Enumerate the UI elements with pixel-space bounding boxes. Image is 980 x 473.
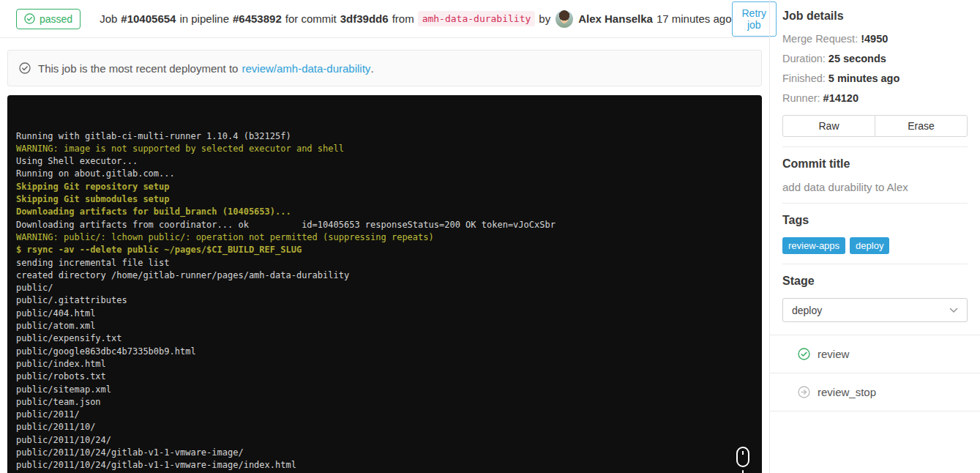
log-line: public/.gitattributes bbox=[16, 294, 753, 307]
detail-value: 25 seconds bbox=[828, 53, 886, 64]
tags-heading: Tags bbox=[782, 214, 968, 227]
pipeline-id-link[interactable]: #6453892 bbox=[233, 12, 282, 25]
tag-pill[interactable]: review-apps bbox=[782, 237, 845, 254]
detail-label: Duration: bbox=[782, 53, 826, 64]
log-line: $ rsync -av --delete public ~/pages/$CI_… bbox=[16, 244, 753, 256]
raw-button[interactable]: Raw bbox=[782, 115, 875, 137]
detail-label: Merge Request: bbox=[782, 33, 858, 45]
stage-section: Stage deploy bbox=[770, 275, 980, 322]
log-line: WARNING: image is not supported by selec… bbox=[16, 143, 753, 155]
status-label: passed bbox=[40, 13, 72, 25]
status-badge[interactable]: passed bbox=[16, 9, 81, 29]
stage-job-name: review_stop bbox=[818, 386, 876, 398]
log-line: Skipping Git repository setup bbox=[16, 181, 753, 193]
job-sidebar: Job details Merge Request:!4950Duration:… bbox=[769, 0, 980, 473]
log-line: public/robots.txt bbox=[16, 370, 753, 383]
for-commit-label: for commit bbox=[285, 12, 337, 25]
job-page: passed Job #10405654 in pipeline #645389… bbox=[0, 0, 980, 473]
sidebar-separator bbox=[782, 203, 968, 204]
job-id[interactable]: #10405654 bbox=[121, 12, 176, 25]
check-circle-icon bbox=[19, 62, 31, 74]
log-line: public/google863dbc4b7335b0b9.html bbox=[16, 346, 753, 358]
stage-dropdown[interactable]: deploy bbox=[782, 298, 968, 322]
log-line: public/2011/10/ bbox=[16, 421, 753, 433]
log-line: public/sitemap.xml bbox=[16, 384, 753, 396]
job-detail-row: Duration:25 seconds bbox=[782, 53, 968, 64]
branch-ref-link[interactable]: amh-data-durability bbox=[418, 11, 536, 26]
log-line: public/2011/10/24/gitlab-v1-1-vmware-ima… bbox=[16, 447, 753, 459]
environment-link[interactable]: review/amh-data-durability bbox=[242, 62, 370, 75]
commit-sha-link[interactable]: 3df39dd6 bbox=[340, 12, 389, 25]
check-circle-icon bbox=[24, 13, 35, 24]
job-log[interactable]: Running with gitlab-ci-multi-runner 1.10… bbox=[7, 95, 762, 473]
notice-suffix: . bbox=[370, 62, 373, 75]
notice-text: This job is the most recent deployment t… bbox=[38, 62, 238, 75]
log-line: public/2011/10/24/ bbox=[16, 434, 753, 447]
deployment-notice: This job is the most recent deployment t… bbox=[7, 50, 762, 86]
main-column: passed Job #10405654 in pipeline #645389… bbox=[0, 0, 769, 473]
sidebar-separator bbox=[782, 146, 968, 147]
stage-selected-value: deploy bbox=[792, 305, 822, 316]
autoscroll-mouse-icon[interactable] bbox=[692, 433, 752, 473]
log-line: Running with gitlab-ci-multi-runner 1.10… bbox=[16, 130, 753, 143]
commit-title-heading: Commit title bbox=[782, 157, 968, 171]
log-line: public/team.json bbox=[16, 396, 753, 409]
log-line: created directory /home/gitlab-runner/pa… bbox=[16, 269, 753, 282]
job-details-section: Job details Merge Request:!4950Duration:… bbox=[770, 0, 980, 137]
log-line: public/atom.xml bbox=[16, 320, 753, 332]
log-buttons: Raw Erase bbox=[782, 115, 968, 137]
detail-value: 5 minutes ago bbox=[828, 72, 900, 84]
status-success-icon bbox=[798, 348, 810, 360]
detail-label: Finished: bbox=[782, 72, 826, 84]
detail-value: !4950 bbox=[861, 33, 888, 45]
log-line: Downloading artifacts from coordinator..… bbox=[16, 219, 753, 231]
log-line: Using Shell executor... bbox=[16, 155, 753, 168]
log-line: public/2011/10/24/gitlab-v1-1-vmware-ima… bbox=[16, 459, 753, 472]
log-line: public/expensify.txt bbox=[16, 332, 753, 345]
tags-section: Tags review-appsdeploy bbox=[770, 214, 980, 254]
job-detail-row: Runner:#14120 bbox=[782, 92, 968, 104]
job-details-rows: Merge Request:!4950Duration:25 secondsFi… bbox=[782, 33, 968, 104]
sidebar-separator bbox=[782, 264, 968, 264]
stage-heading: Stage bbox=[782, 275, 968, 288]
job-detail-row: Finished:5 minutes ago bbox=[782, 72, 968, 84]
chevron-down-icon bbox=[949, 308, 958, 313]
in-pipeline-label: in pipeline bbox=[179, 12, 229, 25]
status-manual-icon bbox=[798, 386, 810, 398]
log-line: public/404.html bbox=[16, 308, 753, 320]
log-line: public/ bbox=[16, 282, 753, 294]
log-line: WARNING: public/: lchown public/: operat… bbox=[16, 231, 753, 244]
tag-list: review-appsdeploy bbox=[782, 237, 968, 254]
log-line: Running on about.gitlab.com... bbox=[16, 168, 753, 180]
author-avatar[interactable] bbox=[556, 10, 573, 28]
log-line: sending incremental file list bbox=[16, 257, 753, 269]
log-line: Skipping Git submodules setup bbox=[16, 193, 753, 206]
log-line: public/2011/ bbox=[16, 409, 753, 421]
commit-title-section: Commit title add data durability to Alex bbox=[770, 157, 980, 193]
stage-job-name: review bbox=[818, 348, 849, 360]
job-header: passed Job #10405654 in pipeline #645389… bbox=[0, 0, 769, 38]
erase-button[interactable]: Erase bbox=[875, 115, 968, 137]
stage-job-review_stop[interactable]: review_stop bbox=[770, 373, 980, 411]
author-name-link[interactable]: Alex Hanselka bbox=[578, 12, 653, 25]
log-line: public/index.html bbox=[16, 358, 753, 370]
stage-job-review[interactable]: review bbox=[770, 335, 980, 373]
job-log-lines: Running with gitlab-ci-multi-runner 1.10… bbox=[16, 130, 753, 473]
by-label: by bbox=[539, 12, 550, 25]
log-line: Downloading artifacts for build_branch (… bbox=[16, 206, 753, 218]
job-time-ago: 17 minutes ago bbox=[657, 12, 732, 25]
job-detail-row: Merge Request:!4950 bbox=[782, 33, 968, 45]
tag-pill[interactable]: deploy bbox=[850, 237, 889, 254]
detail-value: #14120 bbox=[823, 92, 859, 104]
stage-jobs-list: reviewreview_stop bbox=[770, 335, 980, 411]
job-sentence: Job #10405654 in pipeline #6453892 for c… bbox=[100, 10, 731, 28]
from-label: from bbox=[392, 12, 414, 25]
job-label: Job bbox=[100, 12, 117, 25]
job-details-title: Job details bbox=[782, 10, 968, 23]
detail-label: Runner: bbox=[782, 92, 820, 104]
commit-message: add data durability to Alex bbox=[782, 181, 968, 193]
